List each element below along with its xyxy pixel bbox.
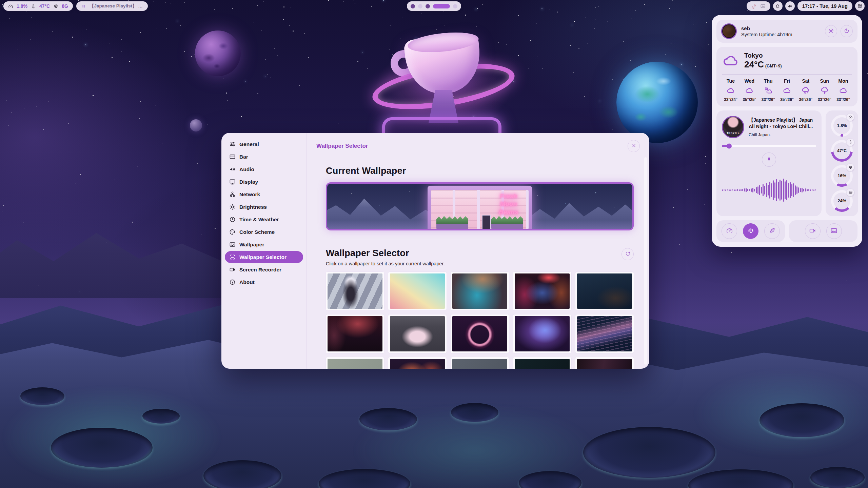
media-pill[interactable]: 【Japanese Playlist】 J...	[76, 1, 148, 11]
sidebar-item-icon	[229, 254, 236, 260]
forecast-day: Fri 35°/26°	[778, 78, 796, 102]
volume-button[interactable]	[785, 1, 795, 11]
sidebar-item-label: Wallpaper	[239, 242, 264, 248]
avatar[interactable]	[721, 23, 737, 39]
sidebar-item[interactable]: Screen Recorder	[225, 264, 303, 276]
power-profile-button[interactable]	[743, 223, 758, 239]
screenshot-tray-icon[interactable]	[760, 3, 766, 9]
sidebar-item-label: Audio	[239, 166, 254, 172]
power-profile-icon	[769, 227, 776, 235]
notifications-button[interactable]	[773, 1, 783, 11]
system-metrics-card: 1.8% 47°C 16% 24%	[826, 110, 858, 216]
sidebar-item-label: Color Scheme	[239, 229, 275, 235]
sidebar-item-label: About	[239, 279, 255, 285]
forecast-weather-icon	[726, 86, 735, 95]
sidebar-item-icon	[229, 141, 236, 147]
workspace-dot[interactable]	[418, 4, 422, 8]
forecast-temps: 35°/25°	[743, 97, 756, 102]
sidebar-item[interactable]: Display	[225, 176, 303, 188]
user-card: seb System Uptime: 4h19m	[716, 20, 857, 43]
window-title: Wallpaper Selector	[316, 143, 368, 149]
sidebar-item[interactable]: Bar	[225, 151, 303, 163]
wallpaper-thumbnail[interactable]	[388, 272, 447, 310]
forecast-temps: 33°/26°	[762, 97, 775, 102]
system-stats-pill[interactable]: 1.8% 47°C 8G	[3, 1, 73, 11]
power-profile-card	[716, 220, 785, 242]
close-icon	[631, 143, 636, 149]
power-button[interactable]	[841, 25, 853, 37]
system-tray-pill[interactable]	[747, 1, 770, 11]
power-profile-button[interactable]	[764, 223, 780, 239]
capture-tool-button[interactable]	[805, 223, 821, 239]
power-profile-button[interactable]	[722, 223, 737, 239]
current-wallpaper-heading: Current Wallpaper	[326, 166, 634, 176]
steam-tray-icon[interactable]	[751, 3, 757, 9]
sidebar-item[interactable]: About	[225, 276, 303, 288]
wallpaper-thumbnail[interactable]	[575, 314, 634, 353]
wallpaper-grid	[326, 272, 634, 369]
wallpaper-thumbnail[interactable]	[326, 272, 384, 310]
seek-slider[interactable]	[722, 145, 816, 147]
selector-header-row: Wallpaper Selector Click on a wallpaper …	[326, 248, 634, 266]
sidebar-item[interactable]: Network	[225, 188, 303, 200]
sidebar-item[interactable]: Wallpaper	[225, 239, 303, 250]
scrollbar[interactable]	[644, 157, 647, 365]
forecast-weather-icon	[764, 86, 773, 95]
wallpaper-thumbnail[interactable]	[326, 357, 384, 369]
dashboard-button[interactable]	[855, 1, 865, 11]
forecast-day-label: Fri	[784, 78, 790, 84]
wallpaper-thumbnail[interactable]	[513, 314, 571, 353]
sidebar-item[interactable]: General	[225, 138, 303, 150]
top-bar: 1.8% 47°C 8G 【Japanese Playlist】 J...	[0, 0, 868, 12]
wallpaper-thumbnail[interactable]	[326, 314, 384, 353]
wallpaper-thumbnail[interactable]	[575, 357, 634, 369]
play-pause-button[interactable]	[762, 152, 776, 167]
sidebar-item-icon	[229, 191, 236, 198]
workspace-dot[interactable]	[411, 4, 415, 8]
metric-icon	[847, 189, 854, 196]
wallpaper-thumbnail[interactable]	[451, 314, 509, 353]
metric-value: 16%	[837, 174, 846, 178]
metric-gauge: 47°C	[831, 140, 853, 162]
sidebar-item[interactable]: Brightness	[225, 201, 303, 213]
workspace-dot[interactable]	[453, 4, 457, 8]
cpu-temp: 47°C	[39, 3, 50, 9]
weather-city: Tokyo	[744, 52, 782, 59]
forecast-temps: 33°/26°	[818, 97, 831, 102]
capture-tool-button[interactable]	[826, 223, 842, 239]
wallpaper-thumbnail[interactable]	[451, 357, 509, 369]
settings-button[interactable]	[825, 25, 837, 37]
wallpaper-thumbnail[interactable]	[388, 314, 447, 353]
sidebar-item[interactable]: Color Scheme	[225, 226, 303, 238]
workspace-dot[interactable]	[433, 4, 450, 8]
apps-grid-icon	[857, 4, 863, 9]
preview-coffee-shop: Fresh Moon Beans	[428, 186, 532, 229]
wallpaper-thumbnail[interactable]	[388, 357, 447, 369]
weather-cloud-icon	[722, 52, 739, 69]
album-art[interactable]: TOKYO L	[722, 116, 744, 138]
wallpaper-thumbnail[interactable]	[575, 272, 634, 310]
sidebar-item[interactable]: Time & Weather	[225, 214, 303, 225]
clock-pill[interactable]: 17:17 - Tue, 19 Aug	[797, 1, 852, 11]
user-name: seb	[741, 25, 792, 31]
current-wallpaper-preview: Fresh Moon Beans	[326, 182, 634, 230]
waveform-visualizer	[722, 167, 816, 213]
track-artist: Chill Japan.	[749, 133, 816, 137]
settings-sidebar: General Bar Audio Display Network	[221, 133, 307, 369]
close-button[interactable]	[628, 140, 640, 152]
sidebar-item-icon	[229, 279, 236, 285]
metric-icon	[847, 139, 854, 146]
wallpaper-thumbnail[interactable]	[451, 272, 509, 310]
seek-slider-thumb[interactable]	[727, 143, 732, 148]
workspace-dot[interactable]	[426, 4, 430, 8]
refresh-button[interactable]	[622, 248, 634, 260]
wallpaper-thumbnail[interactable]	[513, 272, 571, 310]
sidebar-item[interactable]: Wallpaper Selector	[225, 251, 303, 263]
sidebar-item-icon	[229, 266, 236, 273]
forecast-day-label: Mon	[839, 78, 848, 84]
settings-window: General Bar Audio Display Network	[221, 133, 649, 369]
sidebar-item[interactable]: Audio	[225, 163, 303, 175]
wallpaper-thumbnail[interactable]	[513, 357, 571, 369]
metric-icon	[847, 114, 854, 121]
thermometer-icon	[31, 4, 36, 9]
